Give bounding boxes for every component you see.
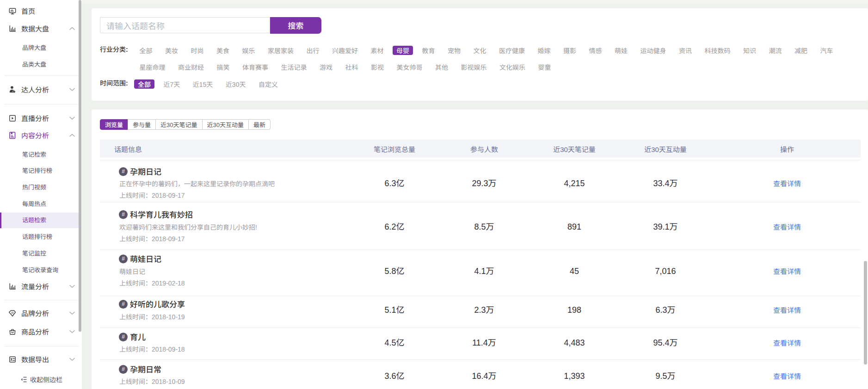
svg-text:R: R: [11, 311, 13, 315]
